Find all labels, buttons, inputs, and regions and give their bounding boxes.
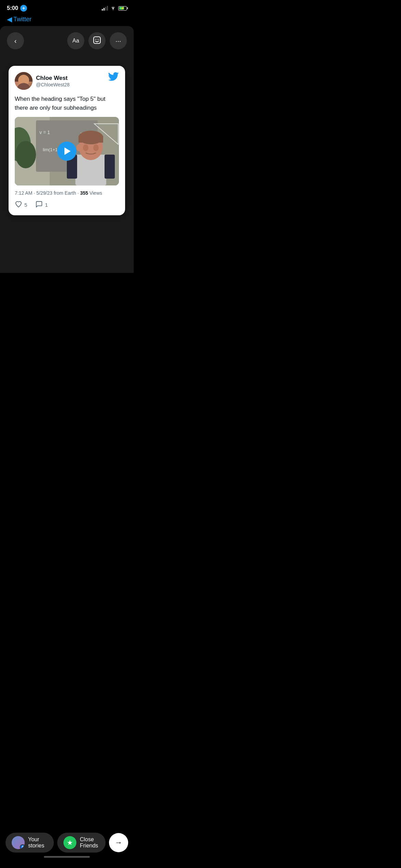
- tweet-actions: 5 1: [15, 200, 119, 209]
- more-icon: ···: [116, 37, 121, 45]
- user-handle: @ChloeWest28: [36, 82, 70, 87]
- user-name: Chloe West: [36, 74, 70, 82]
- tweet-timestamp: 7:12 AM · 5/29/23 from Earth: [15, 190, 76, 196]
- comment-action[interactable]: 1: [35, 201, 48, 209]
- battery-icon: ⚡: [118, 6, 127, 11]
- signal-icon: [102, 6, 108, 11]
- like-action[interactable]: 5: [15, 201, 27, 209]
- font-icon: Aa: [72, 38, 79, 44]
- tweet-user-info: Chloe West @ChloeWest28: [15, 72, 70, 90]
- back-arrow-icon: ‹: [14, 37, 17, 45]
- emoji-icon: [93, 36, 101, 46]
- svg-rect-17: [105, 155, 115, 179]
- tweet-text: When the heading says "Top 5" but there …: [15, 95, 119, 112]
- heart-icon: [15, 201, 22, 209]
- svg-point-8: [15, 141, 36, 168]
- comment-count: 1: [45, 202, 48, 208]
- svg-point-3: [95, 39, 96, 40]
- tweet-views-label: Views: [89, 190, 102, 196]
- video-thumbnail[interactable]: v = 1 lim(1+1/n)^n=e )=1-1 cepc=: [15, 117, 119, 185]
- twitter-bird-logo: [108, 72, 119, 83]
- svg-rect-2: [94, 37, 100, 44]
- svg-point-21: [83, 144, 88, 151]
- svg-point-23: [76, 144, 81, 151]
- toolbar-right: Aa ···: [67, 32, 127, 49]
- svg-point-1: [113, 9, 113, 10]
- main-area: ‹ Aa ···: [0, 26, 134, 273]
- back-nav[interactable]: ◀ Twitter: [7, 15, 127, 23]
- status-icons: ⚡: [102, 5, 127, 11]
- like-count: 5: [24, 202, 27, 208]
- tweet-card: Chloe West @ChloeWest28 When the heading…: [9, 66, 125, 215]
- status-bar: 5:00 ⚡: [0, 0, 134, 14]
- back-button[interactable]: ‹: [7, 32, 24, 49]
- twitter-nav: ◀ Twitter: [0, 14, 134, 26]
- tweet-header: Chloe West @ChloeWest28: [15, 72, 119, 90]
- location-icon: [20, 5, 27, 12]
- svg-point-0: [23, 8, 24, 9]
- back-chevron-icon: ◀: [7, 15, 12, 23]
- emoji-button[interactable]: [88, 32, 106, 49]
- back-label: Twitter: [13, 16, 32, 23]
- font-button[interactable]: Aa: [67, 32, 84, 49]
- svg-point-22: [93, 144, 99, 151]
- play-button[interactable]: [57, 142, 76, 161]
- svg-point-4: [98, 39, 99, 40]
- status-time: 5:00: [7, 5, 27, 12]
- time-display: 5:00: [7, 5, 18, 12]
- comment-icon: [35, 201, 43, 209]
- tweet-card-wrapper: Chloe West @ChloeWest28 When the heading…: [0, 56, 134, 222]
- play-icon: [64, 147, 71, 155]
- tweet-views-count: 355: [80, 190, 88, 196]
- avatar: [15, 72, 33, 90]
- more-button[interactable]: ···: [110, 32, 127, 49]
- svg-rect-20: [78, 136, 103, 143]
- svg-text:v = 1: v = 1: [39, 130, 50, 135]
- tweet-meta: 7:12 AM · 5/29/23 from Earth · 355 Views: [15, 190, 119, 196]
- toolbar-left: ‹: [7, 32, 24, 49]
- toolbar: ‹ Aa ···: [0, 26, 134, 56]
- wifi-icon: [110, 5, 116, 11]
- user-details: Chloe West @ChloeWest28: [36, 74, 70, 87]
